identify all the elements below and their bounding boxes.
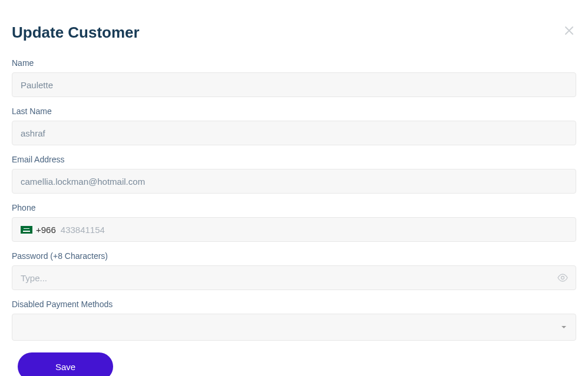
password-input[interactable] [12, 265, 576, 290]
phone-label: Phone [12, 203, 576, 212]
disabled-payments-label: Disabled Payment Methods [12, 300, 576, 309]
modal-title: Update Customer [12, 24, 140, 42]
last-name-input[interactable] [12, 121, 576, 145]
dial-code: +966 [36, 225, 56, 235]
email-label: Email Address [12, 155, 576, 164]
save-button[interactable]: Save [18, 352, 113, 376]
name-input[interactable] [12, 72, 576, 97]
chevron-down-icon [561, 326, 566, 328]
disabled-payments-select[interactable] [12, 314, 576, 341]
name-label: Name [12, 58, 576, 68]
country-flag-icon[interactable] [21, 226, 32, 234]
svg-point-0 [561, 277, 564, 279]
email-input[interactable] [12, 169, 576, 194]
eye-icon [557, 274, 568, 282]
phone-field-wrapper: +966 [12, 217, 576, 242]
phone-input[interactable] [60, 224, 567, 235]
close-button[interactable] [562, 24, 576, 38]
close-icon [564, 26, 574, 35]
last-name-label: Last Name [12, 107, 576, 116]
password-label: Password (+8 Characters) [12, 251, 576, 261]
toggle-password-visibility-button[interactable] [555, 271, 570, 284]
